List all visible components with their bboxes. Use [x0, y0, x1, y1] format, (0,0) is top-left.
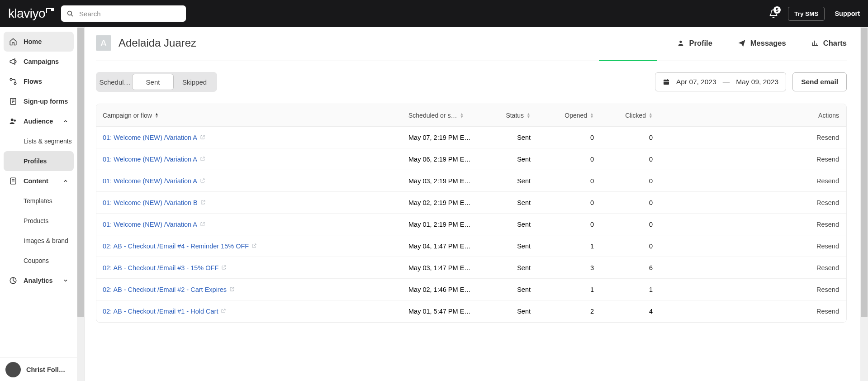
main-scrollbar-thumb[interactable] [861, 28, 868, 317]
sidebar-item-content[interactable]: Content [4, 171, 74, 191]
messages-table: Campaign or flow ▲▼ Scheduled or s… ▲▼ S… [96, 104, 847, 323]
sidebar-sub-images-brand[interactable]: Images & brand [4, 231, 74, 251]
sidebar-item-flows[interactable]: Flows [4, 71, 74, 91]
col-header-status[interactable]: Status ▲▼ [472, 112, 535, 119]
notifications-button[interactable]: 5 [769, 9, 778, 18]
cell-scheduled: May 03, 2:19 PM E… [408, 177, 472, 185]
support-link[interactable]: Support [835, 10, 860, 17]
campaign-link[interactable]: 01: Welcome (NEW) /Variation A [103, 156, 197, 163]
controls-row: Schedul… Sent Skipped Apr 07, 2023 — May… [96, 72, 847, 92]
search-wrapper [61, 5, 186, 22]
tab-charts[interactable]: Charts [811, 36, 847, 50]
col-header-scheduled[interactable]: Scheduled or s… ▲▼ [408, 112, 472, 119]
sidebar-item-home[interactable]: Home [4, 32, 74, 52]
external-link-icon[interactable] [221, 309, 226, 315]
date-range-picker[interactable]: Apr 07, 2023 — May 09, 2023 [655, 72, 786, 91]
tab-messages[interactable]: Messages [738, 36, 786, 50]
form-icon [9, 97, 17, 105]
campaign-link[interactable]: 01: Welcome (NEW) /Variation B [103, 199, 198, 206]
external-link-icon[interactable] [200, 222, 205, 228]
sidebar-sub-templates[interactable]: Templates [4, 191, 74, 211]
table-row: 01: Welcome (NEW) /Variation BMay 02, 2:… [96, 192, 846, 214]
user-icon [677, 39, 684, 47]
segment-scheduled[interactable]: Schedul… [98, 74, 132, 90]
resend-link[interactable]: Resend [816, 221, 839, 228]
tab-profile[interactable]: Profile [677, 36, 712, 50]
send-email-button[interactable]: Send email [792, 72, 847, 91]
external-link-icon[interactable] [200, 135, 205, 141]
sidebar-scrollbar-track[interactable] [77, 27, 85, 381]
sidebar-item-label: Content [24, 177, 48, 185]
search-icon [66, 10, 74, 17]
svg-point-8 [11, 119, 14, 121]
campaign-link[interactable]: 02: AB - Checkout /Email #4 - Reminder 1… [103, 243, 249, 250]
cell-scheduled: May 01, 5:47 PM E… [408, 308, 472, 315]
resend-link[interactable]: Resend [816, 243, 839, 250]
try-sms-button[interactable]: Try SMS [788, 7, 825, 21]
sidebar-item-audience[interactable]: Audience [4, 111, 74, 131]
resend-link[interactable]: Resend [816, 177, 839, 185]
campaign-link[interactable]: 01: Welcome (NEW) /Variation A [103, 177, 197, 185]
search-input[interactable] [61, 5, 186, 22]
campaign-link[interactable]: 01: Welcome (NEW) /Variation A [103, 134, 197, 141]
logo-flag-icon [46, 8, 51, 13]
table-row: 02: AB - Checkout /Email #3 - 15% OFFMay… [96, 257, 846, 279]
segment-sent[interactable]: Sent [132, 74, 174, 90]
sidebar-sub-profiles[interactable]: Profiles [4, 151, 74, 171]
resend-link[interactable]: Resend [816, 264, 839, 271]
sidebar-scrollbar-thumb[interactable] [77, 28, 84, 317]
cell-scheduled: May 04, 1:47 PM E… [408, 243, 472, 250]
campaign-link[interactable]: 01: Welcome (NEW) /Variation A [103, 221, 197, 228]
cell-status: Sent [472, 308, 535, 315]
resend-link[interactable]: Resend [816, 286, 839, 293]
col-header-campaign[interactable]: Campaign or flow ▲▼ [96, 112, 408, 119]
sidebar-item-signup-forms[interactable]: Sign-up forms [4, 91, 74, 111]
topbar: klaviyo 5 Try SMS Support [0, 0, 868, 27]
main-content: A Adelaida Juarez Profile Messages Chart… [85, 27, 868, 381]
cell-opened: 0 [535, 134, 598, 141]
col-header-label: Status [506, 112, 524, 119]
resend-link[interactable]: Resend [816, 308, 839, 315]
resend-link[interactable]: Resend [816, 156, 839, 163]
col-header-label: Actions [818, 112, 839, 119]
external-link-icon[interactable] [200, 157, 205, 163]
svg-point-14 [680, 41, 682, 43]
svg-point-2 [10, 78, 12, 81]
main-scrollbar-track[interactable] [860, 27, 868, 381]
calendar-icon [663, 78, 670, 86]
sidebar-sub-coupons[interactable]: Coupons [4, 251, 74, 271]
external-link-icon[interactable] [251, 243, 257, 250]
sidebar-user-row[interactable]: Christ Foll… [0, 357, 77, 381]
col-header-actions: Actions [657, 112, 846, 119]
flows-icon [9, 77, 17, 86]
table-header-row: Campaign or flow ▲▼ Scheduled or s… ▲▼ S… [96, 104, 846, 127]
tab-active-indicator [599, 60, 657, 61]
external-link-icon[interactable] [200, 200, 206, 206]
campaign-link[interactable]: 02: AB - Checkout /Email #2 - Cart Expir… [103, 286, 227, 293]
external-link-icon[interactable] [229, 287, 235, 293]
resend-link[interactable]: Resend [816, 199, 839, 206]
resend-link[interactable]: Resend [816, 134, 839, 141]
home-icon [9, 38, 17, 46]
external-link-icon[interactable] [221, 265, 227, 271]
analytics-icon [9, 276, 17, 285]
logo[interactable]: klaviyo [8, 6, 51, 21]
col-header-label: Campaign or flow [103, 112, 152, 119]
sort-icon: ▲▼ [155, 113, 159, 118]
cell-clicked: 4 [598, 308, 657, 315]
sidebar-sub-products[interactable]: Products [4, 211, 74, 231]
sidebar-item-analytics[interactable]: Analytics [4, 271, 74, 291]
cell-clicked: 0 [598, 243, 657, 250]
campaign-link[interactable]: 02: AB - Checkout /Email #1 - Hold Cart [103, 308, 218, 315]
col-header-clicked[interactable]: Clicked ▲▼ [598, 112, 657, 119]
campaign-link[interactable]: 02: AB - Checkout /Email #3 - 15% OFF [103, 264, 218, 271]
sidebar-sub-lists-segments[interactable]: Lists & segments [4, 131, 74, 151]
cell-clicked: 1 [598, 286, 657, 293]
tab-label: Profile [689, 39, 712, 48]
col-header-opened[interactable]: Opened ▲▼ [535, 112, 598, 119]
cell-status: Sent [472, 286, 535, 293]
sidebar-item-campaigns[interactable]: Campaigns [4, 52, 74, 71]
segment-skipped[interactable]: Skipped [174, 74, 215, 90]
external-link-icon[interactable] [200, 178, 205, 185]
sidebar-item-label: Analytics [24, 277, 52, 284]
